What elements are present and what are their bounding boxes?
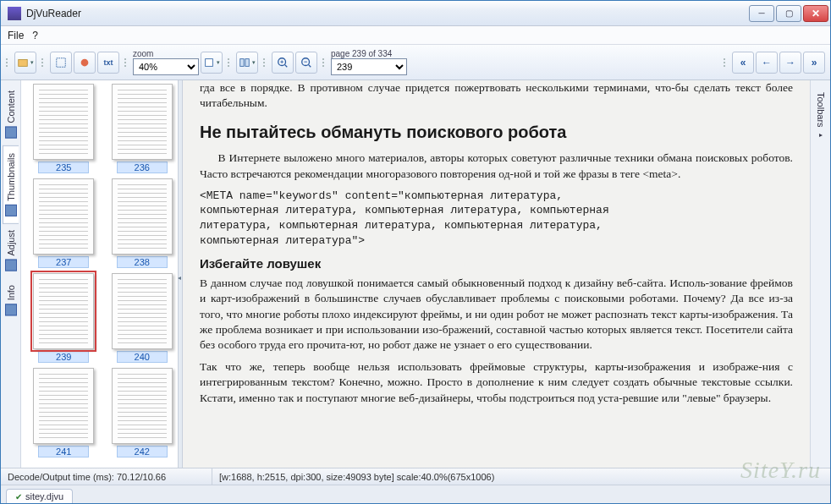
zoom-combo[interactable]: 40% <box>133 58 199 75</box>
svg-rect-1 <box>57 58 66 67</box>
page-paragraph: Так что же, теперь вообще нельзя использ… <box>200 359 793 406</box>
page-paragraph: В Интернете выложено много материалов, а… <box>200 151 793 181</box>
toolbar-grip[interactable] <box>228 52 233 73</box>
text-tool-button[interactable]: txt <box>97 52 119 74</box>
select-tool-button[interactable] <box>50 52 72 74</box>
thumbnail-image <box>112 84 173 160</box>
info-icon <box>5 304 17 315</box>
thumbnail[interactable]: 242 <box>107 368 179 457</box>
tab-info[interactable]: Info <box>3 278 19 322</box>
maximize-button[interactable]: ▢ <box>776 5 801 22</box>
hand-tool-button[interactable] <box>74 52 96 74</box>
app-window: DjVuReader ─ ▢ ✕ File ? txt zoom 40% <box>0 0 831 504</box>
thumbnail-number: 238 <box>117 256 168 268</box>
thumbnail-number: 241 <box>38 446 89 457</box>
zoom-in-button[interactable] <box>272 52 294 74</box>
toolbar-grip[interactable] <box>263 52 268 73</box>
page-label: page 239 of 334 <box>331 49 392 58</box>
app-icon <box>8 7 21 20</box>
page-code-block: <META name="keywords" content="компьютер… <box>200 189 793 248</box>
thumbnail-image <box>112 178 173 255</box>
document-tab[interactable]: ✔ sitey.djvu <box>6 489 73 503</box>
svg-rect-4 <box>240 58 244 66</box>
next-page-button[interactable]: → <box>779 52 801 74</box>
thumbnail-image <box>33 178 94 255</box>
content-icon <box>5 127 17 139</box>
statusbar: Decode/Output time (ms): 70.12/10.66 [w:… <box>1 468 830 485</box>
minimize-button[interactable]: ─ <box>749 5 774 22</box>
page-paragraph: гда все в порядке. В противном случае пр… <box>200 80 793 111</box>
svg-rect-0 <box>19 59 28 66</box>
thumbnail-image <box>112 273 173 349</box>
svg-rect-3 <box>206 58 213 66</box>
status-info: [w:1688, h:2515, dpi:300, size:49093 byt… <box>212 468 830 485</box>
check-icon: ✔ <box>15 492 22 501</box>
thumbnail-number: 240 <box>117 351 168 363</box>
thumbnail[interactable]: 238 <box>107 178 179 268</box>
thumbnail[interactable]: 236 <box>107 84 179 173</box>
page-content: гда все в порядке. В противном случае пр… <box>183 80 810 468</box>
thumbnail-number: 236 <box>117 162 168 173</box>
thumbnail[interactable]: 237 <box>28 178 100 268</box>
svg-point-2 <box>81 58 89 66</box>
zoom-out-button[interactable] <box>295 52 317 74</box>
zoom-label: zoom <box>133 49 153 58</box>
thumbnail[interactable]: 240 <box>107 273 179 363</box>
titlebar: DjVuReader ─ ▢ ✕ <box>1 1 830 26</box>
toolbar: txt zoom 40% page 239 of 334 <box>1 45 830 80</box>
thumbnail-image <box>33 84 94 160</box>
page-subheading: Избегайте ловушек <box>200 256 793 271</box>
thumbnail-image <box>33 368 94 444</box>
menubar: File ? <box>1 26 830 45</box>
open-button[interactable] <box>14 52 36 74</box>
thumbnail-number: 242 <box>117 446 168 457</box>
tab-content[interactable]: Content <box>3 84 19 145</box>
tab-toolbars[interactable]: Toolbars <box>814 85 828 145</box>
close-button[interactable]: ✕ <box>803 5 828 22</box>
thumbnails-icon <box>5 204 17 216</box>
layout-button[interactable] <box>236 52 258 74</box>
document-tabs: ✔ sitey.djvu <box>1 485 830 503</box>
svg-line-11 <box>309 64 311 67</box>
prev-page-button[interactable]: ← <box>756 52 778 74</box>
last-page-button[interactable]: » <box>803 52 825 74</box>
thumbnail[interactable]: 241 <box>28 368 100 457</box>
svg-rect-5 <box>245 58 249 66</box>
body-area: Content Thumbnails Adjust Info 235236237… <box>1 80 830 468</box>
zoom-mode-button[interactable] <box>201 52 223 74</box>
thumbnail-number: 235 <box>38 162 89 173</box>
thumbnail-number: 237 <box>38 256 89 268</box>
page-combo[interactable]: 239 <box>331 58 407 75</box>
toolbar-grip[interactable] <box>322 52 327 73</box>
thumbnail-panel: 235236237238239240241242 <box>21 80 179 468</box>
status-decode: Decode/Output time (ms): 70.12/10.66 <box>1 468 212 485</box>
thumbnail-image <box>112 368 173 444</box>
menu-help[interactable]: ? <box>32 30 38 41</box>
menu-file[interactable]: File <box>8 30 24 41</box>
document-tab-label: sitey.djvu <box>25 491 63 501</box>
right-tabs: Toolbars <box>810 80 830 468</box>
thumbnail[interactable]: 239 <box>28 273 100 363</box>
first-page-button[interactable]: « <box>732 52 754 74</box>
page-view[interactable]: гда все в порядке. В противном случае пр… <box>183 80 810 468</box>
tab-adjust[interactable]: Adjust <box>3 223 19 278</box>
toolbar-grip[interactable] <box>124 52 129 73</box>
toolbar-grip[interactable] <box>724 52 729 73</box>
toolbar-grip[interactable] <box>41 52 47 73</box>
page-paragraph: В данном случае под ловушкой понимается … <box>200 276 793 353</box>
tab-thumbnails[interactable]: Thumbnails <box>3 145 19 224</box>
adjust-icon <box>5 260 17 271</box>
page-heading: Не пытайтесь обмануть поискового робота <box>200 123 793 142</box>
thumbnail-image <box>33 273 94 349</box>
thumbnail[interactable]: 235 <box>28 84 100 173</box>
side-tabs: Content Thumbnails Adjust Info <box>1 80 21 468</box>
app-title: DjVuReader <box>26 8 749 19</box>
svg-line-7 <box>285 64 288 67</box>
thumbnail-number: 239 <box>38 351 89 363</box>
toolbar-grip[interactable] <box>6 52 11 73</box>
